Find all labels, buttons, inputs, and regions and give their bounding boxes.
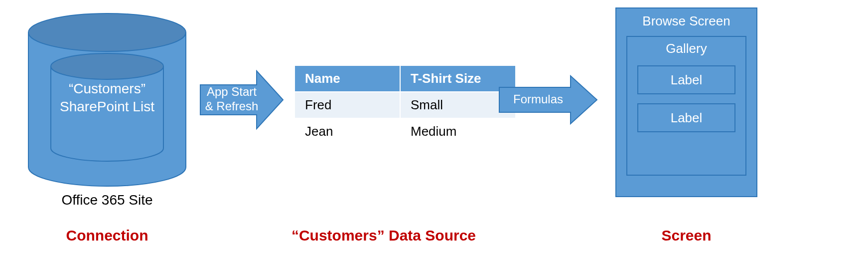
cell-name: Jean <box>294 118 400 145</box>
table-row: Jean Medium <box>294 118 516 145</box>
arrow-formulas <box>498 75 598 125</box>
browse-screen-title: Browse Screen <box>616 13 756 29</box>
arrow-app-start <box>199 70 284 130</box>
inner-cylinder-label-line1: “Customers” <box>69 81 145 96</box>
svg-marker-11 <box>499 76 597 124</box>
col-header-name: Name <box>294 65 400 92</box>
table-row: Fred Small <box>294 92 516 118</box>
label-box-2: Label <box>637 103 735 132</box>
arrow-right-icon <box>199 70 284 130</box>
svg-point-4 <box>28 13 186 51</box>
svg-point-9 <box>51 53 163 79</box>
inner-cylinder-label-line2: SharePoint List <box>60 99 154 114</box>
table-header-row: Name T-Shirt Size <box>294 65 516 92</box>
arrow-right-icon <box>498 75 598 125</box>
customers-table: Name T-Shirt Size Fred Small Jean Medium <box>294 65 516 145</box>
caption-data-source: “Customers” Data Source <box>249 227 518 244</box>
cell-name: Fred <box>294 92 400 118</box>
site-label: Office 365 Site <box>27 192 187 208</box>
gallery-title: Gallery <box>627 41 745 56</box>
browse-screen-box: Browse Screen Gallery Label Label <box>615 7 757 197</box>
label-box-1: Label <box>637 65 735 94</box>
svg-marker-10 <box>200 71 283 129</box>
caption-connection: Connection <box>27 227 187 244</box>
inner-cylinder-label: “Customers” SharePoint List <box>50 80 164 116</box>
caption-screen: Screen <box>615 227 757 244</box>
gallery-box: Gallery Label Label <box>626 36 746 176</box>
